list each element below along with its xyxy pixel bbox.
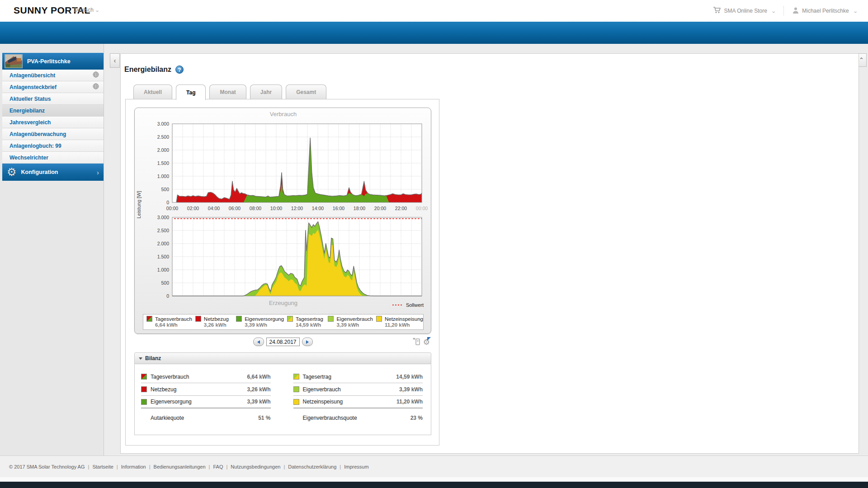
legend-item: Netzeinspeisung11,20 kWh: [373, 314, 423, 329]
language-select[interactable]: Deutsch⌄: [74, 7, 99, 13]
date-input[interactable]: [266, 338, 300, 346]
store-link[interactable]: SMA Online Store ⌄: [713, 7, 775, 15]
legend-item: Netzbezug3,26 kWh: [192, 314, 233, 329]
legend-item: Eigenversorgung3,39 kWh: [233, 314, 284, 329]
row-value: 11,20 kWh: [396, 399, 423, 405]
tab-gesamt[interactable]: Gesamt: [286, 84, 326, 99]
globe-icon: [93, 71, 99, 80]
chart-legend: Tagesverbrauch6,64 kWhNetzbezug3,26 kWhE…: [143, 314, 424, 330]
divider: |: [149, 464, 151, 469]
footer-link-datenschutzerkl-rung[interactable]: Datenschutzerklärung: [288, 464, 336, 469]
content-panel: Energiebilanz ? AktuellTagMonatJahrGesam…: [120, 53, 859, 454]
footer-link-startseite[interactable]: Startseite: [92, 464, 113, 469]
user-menu[interactable]: Michael Perlitschke ⌄: [792, 7, 857, 15]
divider: [783, 6, 784, 15]
sidebar-item-anlagen-berwachung[interactable]: Anlagenüberwachung: [2, 128, 104, 140]
sidebar-item-energiebilanz[interactable]: Energiebilanz: [2, 105, 104, 117]
svg-text:3.000: 3.000: [157, 215, 169, 220]
next-day-button[interactable]: [302, 338, 313, 346]
legend-item-top: Tagesverbrauch: [146, 316, 192, 322]
tab-tag[interactable]: Tag: [176, 84, 206, 100]
chevron-down-icon: ⌄: [94, 8, 100, 13]
footer-link-impressum[interactable]: Impressum: [344, 464, 368, 469]
copyright: © 2017 SMA Solar Technology AG: [9, 464, 85, 469]
divider: |: [226, 464, 227, 469]
sidebar-item-anlagensteckbrief[interactable]: Anlagensteckbrief: [2, 81, 104, 93]
svg-text:00:00: 00:00: [416, 206, 428, 211]
bilanz-body: Tagesverbrauch6,64 kWhNetzbezug3,26 kWhE…: [134, 364, 431, 435]
sidebar-item-label: Anlagenlogbuch: 99: [9, 143, 61, 149]
legend-swatch: [328, 316, 334, 322]
row-value: 3,26 kWh: [247, 386, 270, 393]
collapse-triangle-icon: [139, 357, 142, 360]
row-swatch: [293, 386, 299, 392]
svg-text:1.000: 1.000: [157, 174, 169, 179]
footer-links: © 2017 SMA Solar Technology AG|Startseit…: [9, 464, 369, 469]
export-icon[interactable]: [412, 338, 420, 347]
tab-monat[interactable]: Monat: [209, 84, 246, 99]
legend-label: Tagesverbrauch: [155, 316, 192, 322]
quote-row: Autarkiequote51 %: [141, 410, 271, 426]
footer-link-nutzungsbedingungen[interactable]: Nutzungsbedingungen: [231, 464, 280, 469]
prev-day-button[interactable]: [253, 338, 264, 346]
legend-item-top: Eigenversorgung: [236, 316, 284, 322]
quote-value: 23 %: [410, 415, 423, 421]
sidebar-item-label: Anlagenübersicht: [9, 72, 55, 79]
tab-jahr[interactable]: Jahr: [250, 84, 282, 99]
plant-header[interactable]: PVA-Perlitschke: [2, 53, 104, 70]
svg-text:06:00: 06:00: [229, 206, 241, 211]
footer-strip: [0, 477, 868, 482]
row-label: Tagesertrag: [303, 374, 393, 380]
legend-value: 3,26 kWh: [204, 322, 233, 328]
sidebar-item-jahresvergleich[interactable]: Jahresvergleich: [2, 117, 104, 128]
sidebar-item-label: Jahresvergleich: [9, 119, 51, 126]
legend-swatch: [146, 316, 152, 322]
legend-value: 6,64 kWh: [155, 322, 192, 328]
quote-value: 51 %: [258, 415, 270, 421]
divider: |: [88, 464, 90, 469]
date-navigation: ⚙: [126, 338, 440, 347]
row-swatch: [293, 374, 299, 380]
row-swatch: [293, 399, 299, 405]
divider: |: [283, 464, 285, 469]
svg-text:1.500: 1.500: [157, 254, 169, 259]
svg-text:2.500: 2.500: [157, 134, 169, 140]
chart-settings-gear-icon[interactable]: ⚙: [423, 338, 430, 347]
config-button[interactable]: ⚙ Konfiguration ›: [2, 164, 104, 181]
bilanz-row: Tagesertrag14,59 kWh: [293, 371, 423, 383]
legend-item-top: Netzbezug: [195, 316, 233, 322]
top-bar: SUNNY PORTAL Deutsch⌄ SMA Online Store ⌄…: [0, 0, 868, 22]
arrow-left-icon: [257, 340, 260, 344]
svg-text:0: 0: [166, 200, 169, 205]
legend-value: 3,39 kWh: [336, 322, 373, 328]
row-value: 3,39 kWh: [247, 399, 270, 405]
bilanz-header[interactable]: Bilanz: [134, 352, 431, 364]
sidebar-menu: AnlagenübersichtAnlagensteckbriefAktuell…: [2, 70, 104, 164]
chart-erzeugung: 05001.0001.5002.0002.5003.000: [135, 214, 432, 300]
svg-text:1.500: 1.500: [157, 160, 169, 166]
legend-swatch: [195, 316, 201, 322]
svg-text:16:00: 16:00: [333, 206, 344, 211]
row-label: Netzbezug: [151, 386, 243, 393]
footer-link-faq[interactable]: FAQ: [213, 464, 223, 469]
svg-text:2.000: 2.000: [157, 241, 169, 246]
row-value: 14,59 kWh: [396, 374, 423, 380]
sidebar-item-aktueller-status[interactable]: Aktueller Status: [2, 93, 104, 105]
help-icon[interactable]: ?: [175, 66, 184, 74]
row-swatch: [141, 386, 147, 392]
sidebar-item-anlagenlogbuch-99[interactable]: Anlagenlogbuch: 99: [2, 140, 104, 152]
sidebar-item-wechselrichter[interactable]: Wechselrichter: [2, 152, 104, 164]
chart-title-verbrauch: Verbrauch: [135, 111, 432, 117]
footer-link-bedienungsanleitungen[interactable]: Bedienungsanleitungen: [154, 464, 206, 469]
chevron-right-icon: ›: [97, 169, 99, 176]
legend-swatch: [287, 316, 293, 322]
footer-link-information[interactable]: Information: [121, 464, 146, 469]
sidebar-item-label: Anlagensteckbrief: [9, 84, 57, 90]
tab-aktuell[interactable]: Aktuell: [133, 84, 172, 99]
svg-text:22:00: 22:00: [395, 206, 407, 211]
collapse-sidebar-button[interactable]: ‹: [110, 53, 120, 68]
legend-swatch: [376, 316, 382, 322]
sidebar-item-label: Energiebilanz: [9, 108, 45, 114]
sidebar-item-anlagen-bersicht[interactable]: Anlagenübersicht: [2, 70, 104, 81]
sollwert-legend: Sollwert: [392, 302, 424, 308]
